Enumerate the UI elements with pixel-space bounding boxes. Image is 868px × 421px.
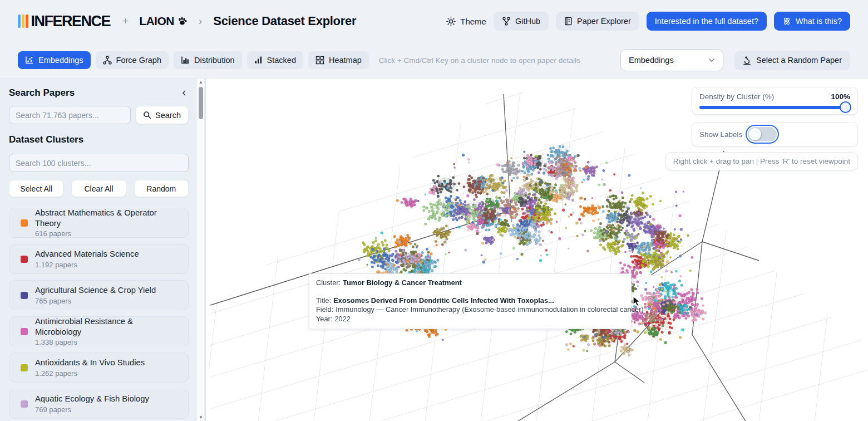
cluster-count: 765 papers xyxy=(35,297,156,305)
app-window: INFERENCE + LAION › Science Dataset Expl… xyxy=(0,0,868,421)
cluster-name: Antioxidants & In Vivo Studies xyxy=(35,358,145,368)
scatter-chart-icon xyxy=(25,56,34,65)
sun-icon xyxy=(446,17,456,26)
cluster-list-item[interactable]: Antioxidants & In Vivo Studies 1.262 pap… xyxy=(9,353,189,383)
cluster-search-input[interactable] xyxy=(9,154,189,172)
paw-icon xyxy=(177,17,188,26)
tab-embeddings[interactable]: Embeddings xyxy=(18,51,91,69)
random-clusters-button[interactable]: Random xyxy=(134,180,189,197)
stacked-bars-icon xyxy=(254,56,263,65)
cluster-name: Advanced Materials Science xyxy=(35,249,139,259)
density-control-card: Density by Cluster (%) 100% xyxy=(692,87,858,115)
view-toolbar: Embeddings Force Graph Distribut xyxy=(0,42,868,78)
cluster-count: 769 papers xyxy=(35,405,149,414)
viewport-hint-text: Right click + drag to pan | Press 'R' to… xyxy=(673,157,850,165)
cluster-name: Antimicrobial Resistance & Microbiology xyxy=(35,316,181,337)
cluster-color-swatch xyxy=(21,364,28,371)
paper-search-input[interactable] xyxy=(9,106,131,124)
show-labels-card: Show Labels xyxy=(692,122,858,146)
cluster-list-item[interactable]: Aquatic Ecology & Fish Biology 769 paper… xyxy=(9,389,189,419)
tooltip-field-label: Field: xyxy=(316,305,333,314)
tab-stacked[interactable]: Stacked xyxy=(247,51,303,69)
github-button[interactable]: GitHub xyxy=(494,12,549,31)
atom-icon xyxy=(782,17,791,26)
inference-logo-text: INFERENCE xyxy=(31,13,111,30)
tooltip-year-label: Year: xyxy=(316,315,332,323)
cluster-list-item[interactable]: Antimicrobial Resistance & Microbiology … xyxy=(9,316,189,346)
paper-explorer-button[interactable]: Paper Explorer xyxy=(556,12,639,31)
random-paper-button-label: Select a Random Paper xyxy=(756,56,842,65)
paper-tooltip: Cluster:Tumor Biology & Cancer Treatment… xyxy=(309,273,632,329)
cluster-count: 1.262 papers xyxy=(35,369,145,378)
dataset-clusters-heading: Dataset Clusters xyxy=(9,134,83,145)
show-labels-label: Show Labels xyxy=(699,130,742,139)
cluster-list-item[interactable]: Abstract Mathematics & Operator Theory 6… xyxy=(9,208,189,238)
header-actions: Theme GitHub Paper Explorer xyxy=(446,12,850,31)
laion-logo[interactable]: LAION xyxy=(139,14,188,28)
clear-all-button[interactable]: Clear All xyxy=(71,180,126,197)
tab-force-graph[interactable]: Force Graph xyxy=(96,51,169,69)
viewport-hint-card: Right click + drag to pan | Press 'R' to… xyxy=(665,152,858,170)
cluster-color-swatch xyxy=(21,219,28,227)
theme-button-label: Theme xyxy=(460,17,486,26)
main-content: Search Papers Search Datas xyxy=(0,78,868,421)
cluster-count: 1.338 papers xyxy=(35,338,181,346)
histogram-icon xyxy=(181,56,190,65)
show-labels-toggle[interactable] xyxy=(748,127,777,141)
tab-embeddings-label: Embeddings xyxy=(38,56,83,65)
embeddings-plot: Density by Cluster (%) 100% Show Labels … xyxy=(206,79,868,421)
tooltip-title-label: Title: xyxy=(316,296,331,305)
paper-explorer-button-label: Paper Explorer xyxy=(577,17,631,26)
what-is-this-button[interactable]: What is this? xyxy=(774,12,850,31)
tab-stacked-label: Stacked xyxy=(267,56,296,65)
toolbar-right: Embeddings Select a Random Paper xyxy=(620,49,850,71)
tab-heatmap[interactable]: Heatmap xyxy=(308,51,369,69)
scrollbar-down-arrow-icon[interactable]: ▼ xyxy=(198,415,204,420)
github-icon xyxy=(502,17,511,26)
mode-select-value: Embeddings xyxy=(629,56,674,65)
cluster-color-swatch xyxy=(21,256,28,263)
header: INFERENCE + LAION › Science Dataset Expl… xyxy=(0,0,868,42)
tab-force-graph-label: Force Graph xyxy=(116,56,161,65)
paper-search-button[interactable]: Search xyxy=(135,106,189,124)
page-title: Science Dataset Explorer xyxy=(213,14,356,28)
full-dataset-cta-label: Interested in the full dataset? xyxy=(655,17,758,26)
tooltip-cluster-value: Tumor Biology & Cancer Treatment xyxy=(343,278,462,287)
book-icon xyxy=(564,17,573,26)
cluster-name: Abstract Mathematics & Operator Theory xyxy=(35,208,181,228)
theme-button[interactable]: Theme xyxy=(446,17,486,26)
tooltip-year-value: 2022 xyxy=(334,315,350,323)
cluster-color-swatch xyxy=(21,292,28,299)
view-switcher: Embeddings Force Graph Distribut xyxy=(18,51,369,69)
cluster-name: Agricultural Science & Crop Yield xyxy=(35,285,156,295)
tooltip-cluster-label: Cluster: xyxy=(316,278,341,287)
tab-distribution[interactable]: Distribution xyxy=(174,51,242,69)
random-paper-button[interactable]: Select a Random Paper xyxy=(734,51,850,70)
sidebar-collapse-button[interactable] xyxy=(180,88,189,98)
full-dataset-cta-button[interactable]: Interested in the full dataset? xyxy=(647,12,767,31)
sidebar: Search Papers Search Datas xyxy=(0,79,206,421)
tooltip-title-value: Exosomes Derived From Dendritic Cells In… xyxy=(333,296,554,305)
microscope-icon xyxy=(743,56,752,65)
cluster-list-item[interactable]: Agricultural Science & Crop Yield 765 pa… xyxy=(9,280,189,310)
inference-logo-bars-icon xyxy=(18,14,28,28)
what-is-this-label: What is this? xyxy=(796,17,842,26)
mode-select[interactable]: Embeddings xyxy=(620,49,723,71)
cluster-list-item[interactable]: Advanced Materials Science 1.192 papers xyxy=(9,244,189,274)
scrollbar-thumb[interactable] xyxy=(199,87,203,119)
cluster-color-swatch xyxy=(21,400,28,408)
sidebar-scrollbar[interactable]: ▲ ▼ xyxy=(196,79,204,421)
toolbar-hint: Click + Cmd/Ctrl Key on a cluster node t… xyxy=(379,56,580,65)
chevron-down-icon xyxy=(708,58,715,62)
cluster-name: Aquatic Ecology & Fish Biology xyxy=(35,394,149,404)
select-all-button[interactable]: Select All xyxy=(9,180,63,197)
force-graph-icon xyxy=(103,56,112,65)
cluster-color-swatch xyxy=(21,328,28,335)
density-slider[interactable] xyxy=(699,106,850,109)
density-slider-thumb[interactable] xyxy=(840,101,851,113)
heatmap-grid-icon xyxy=(315,56,324,65)
density-slider-value: 100% xyxy=(831,92,850,101)
inference-logo[interactable]: INFERENCE xyxy=(18,13,110,30)
scrollbar-up-arrow-icon[interactable]: ▲ xyxy=(198,80,204,85)
paper-search-button-label: Search xyxy=(155,111,181,120)
